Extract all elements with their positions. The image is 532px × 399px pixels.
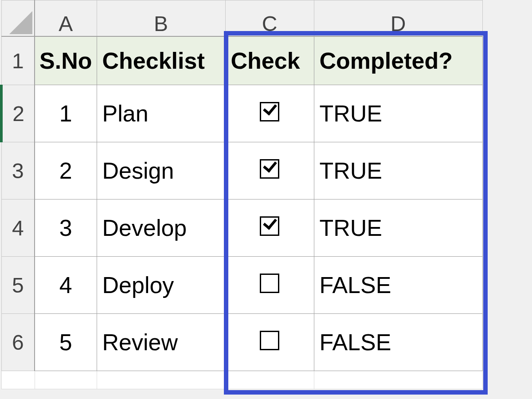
cell-B1[interactable]: Checklist <box>97 36 225 85</box>
cell-B5[interactable]: Deploy <box>97 257 225 314</box>
col-header-A[interactable]: A <box>35 0 97 37</box>
cell-C5[interactable] <box>225 257 314 314</box>
cell-C2[interactable] <box>225 85 314 142</box>
cell-D7[interactable] <box>314 371 482 389</box>
cell-C6[interactable] <box>225 314 314 371</box>
cell-A7[interactable] <box>35 371 97 389</box>
checkbox-row-6[interactable] <box>260 331 279 350</box>
cell-A1[interactable]: S.No <box>35 36 97 85</box>
cell-B6[interactable]: Review <box>97 314 225 371</box>
col-header-D[interactable]: D <box>314 0 482 37</box>
row-header-3[interactable]: 3 <box>1 142 35 200</box>
cell-A3[interactable]: 2 <box>35 142 97 200</box>
cell-B4[interactable]: Develop <box>97 200 225 257</box>
cell-A6[interactable]: 5 <box>35 314 97 371</box>
cell-C1[interactable]: Check <box>225 36 314 85</box>
cell-D6[interactable]: FALSE <box>314 314 482 371</box>
cell-B7[interactable] <box>97 371 225 389</box>
cell-D5[interactable]: FALSE <box>314 257 482 314</box>
cell-C7[interactable] <box>225 371 314 389</box>
spreadsheet-grid: A B C D 1 S.No Checklist Check Completed… <box>0 0 483 389</box>
row-header-7[interactable] <box>1 371 35 389</box>
cell-D2[interactable]: TRUE <box>314 85 482 142</box>
checkbox-row-4[interactable] <box>260 216 279 236</box>
col-header-B[interactable]: B <box>97 0 225 37</box>
cell-A2[interactable]: 1 <box>35 85 97 142</box>
cell-A5[interactable]: 4 <box>35 257 97 314</box>
cell-D3[interactable]: TRUE <box>314 142 482 200</box>
cell-D4[interactable]: TRUE <box>314 200 482 257</box>
cell-D1[interactable]: Completed? <box>314 36 482 85</box>
select-all-corner[interactable] <box>1 0 35 37</box>
row-header-6[interactable]: 6 <box>1 314 35 371</box>
col-header-C[interactable]: C <box>225 0 314 37</box>
cell-B3[interactable]: Design <box>97 142 225 200</box>
cell-A4[interactable]: 3 <box>35 200 97 257</box>
cell-C3[interactable] <box>225 142 314 200</box>
checkbox-row-3[interactable] <box>260 159 279 179</box>
cell-B2[interactable]: Plan <box>97 85 225 142</box>
checkbox-row-5[interactable] <box>260 274 279 293</box>
row-header-2[interactable]: 2 <box>1 85 35 142</box>
cell-C4[interactable] <box>225 200 314 257</box>
row-header-5[interactable]: 5 <box>1 257 35 314</box>
row-header-1[interactable]: 1 <box>1 36 35 85</box>
checkbox-row-2[interactable] <box>260 102 279 121</box>
row-header-4[interactable]: 4 <box>1 200 35 257</box>
